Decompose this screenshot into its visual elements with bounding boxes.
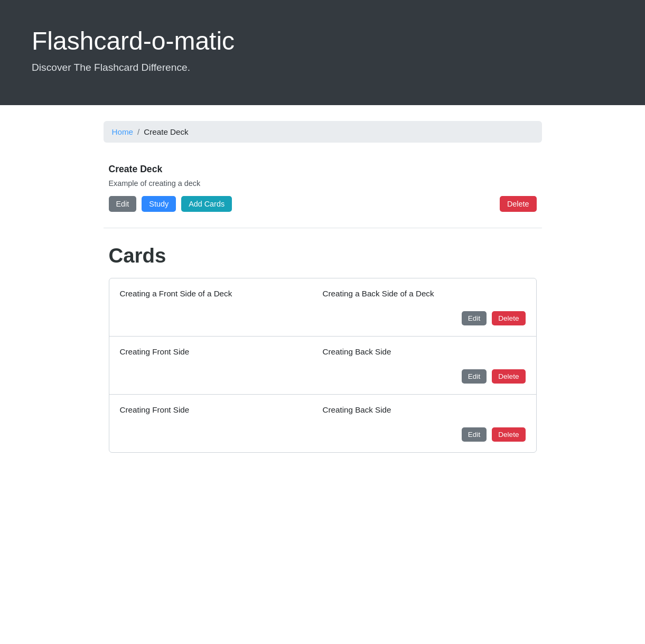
app-subtitle: Discover The Flashcard Difference. (32, 62, 613, 73)
breadcrumb: Home / Create Deck (104, 121, 542, 143)
card-front-0: Creating a Front Side of a Deck (120, 289, 323, 306)
main-content: Home / Create Deck Create Deck Example o… (93, 105, 553, 484)
deck-actions-left: Edit Study Add Cards (109, 196, 232, 212)
card-item-actions-2: Edit Delete (120, 422, 526, 452)
card-front-2: Creating Front Side (120, 405, 323, 422)
edit-deck-button[interactable]: Edit (109, 196, 137, 212)
card-item: Creating Front Side Creating Back Side E… (109, 395, 536, 452)
edit-card-button-1[interactable]: Edit (462, 369, 487, 384)
delete-card-button-1[interactable]: Delete (492, 369, 525, 384)
card-front-1: Creating Front Side (120, 347, 323, 364)
card-list: Creating a Front Side of a Deck Creating… (109, 278, 537, 453)
deck-title: Create Deck (109, 164, 537, 175)
deck-description: Example of creating a deck (109, 179, 537, 188)
delete-card-button-0[interactable]: Delete (492, 311, 525, 325)
breadcrumb-separator: / (137, 127, 139, 136)
breadcrumb-home-link[interactable]: Home (112, 127, 134, 136)
deck-section: Create Deck Example of creating a deck E… (104, 158, 542, 228)
card-back-2: Creating Back Side (323, 405, 526, 422)
study-deck-button[interactable]: Study (142, 196, 176, 212)
card-item-actions-0: Edit Delete (120, 306, 526, 336)
cards-heading: Cards (109, 244, 537, 267)
card-back-1: Creating Back Side (323, 347, 526, 364)
card-item-actions-1: Edit Delete (120, 364, 526, 394)
app-header: Flashcard-o-matic Discover The Flashcard… (0, 0, 645, 105)
edit-card-button-0[interactable]: Edit (462, 311, 487, 325)
card-item: Creating Front Side Creating Back Side E… (109, 337, 536, 395)
app-title: Flashcard-o-matic (32, 26, 613, 55)
delete-deck-button[interactable]: Delete (500, 196, 537, 212)
edit-card-button-2[interactable]: Edit (462, 427, 487, 442)
delete-card-button-2[interactable]: Delete (492, 427, 525, 442)
deck-actions: Edit Study Add Cards Delete (109, 196, 537, 212)
cards-section: Cards Creating a Front Side of a Deck Cr… (104, 244, 542, 453)
breadcrumb-current: Create Deck (144, 127, 188, 136)
card-back-0: Creating a Back Side of a Deck (323, 289, 526, 306)
card-item: Creating a Front Side of a Deck Creating… (109, 278, 536, 337)
add-cards-button[interactable]: Add Cards (181, 196, 232, 212)
